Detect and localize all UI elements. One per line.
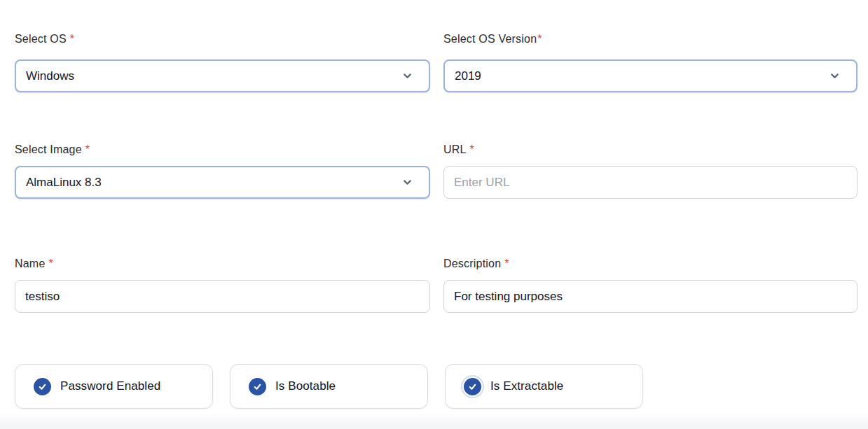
name-input[interactable] [15,280,430,313]
required-asterisk: * [85,143,90,155]
panel-bottom-edge [0,414,868,429]
checkbox-row: Password Enabled Is Bootable Is Extracta… [15,364,857,409]
select-os-value: Windows [26,69,74,83]
field-name: Name* [15,257,430,313]
select-os-version-dropdown[interactable]: 2019 [443,59,857,92]
select-image-value: AlmaLinux 8.3 [26,176,102,190]
required-asterisk: * [470,143,474,155]
select-image-label: Select Image* [15,143,430,157]
name-label-text: Name [15,258,45,269]
select-image-dropdown[interactable]: AlmaLinux 8.3 [15,166,430,199]
select-image-label-text: Select Image [15,143,82,155]
select-os-dropdown[interactable]: Windows [15,59,430,92]
check-circle-icon [249,378,266,395]
checkbox-label: Password Enabled [60,379,160,393]
checkbox-is-bootable[interactable]: Is Bootable [230,364,428,409]
field-url: URL* [443,143,857,199]
check-circle-icon [34,378,51,395]
required-asterisk: * [48,258,53,269]
field-select-os-version: Select OS Version* 2019 [443,32,857,92]
checkbox-label: Is Bootable [275,379,336,393]
select-os-version-label-text: Select OS Version [443,33,537,45]
field-select-image: Select Image* AlmaLinux 8.3 [15,143,430,199]
check-circle-icon [464,378,481,395]
checkbox-is-extractable[interactable]: Is Extractable [445,364,643,409]
url-label-text: URL [443,143,467,155]
required-asterisk: * [504,258,509,269]
url-label: URL* [443,143,857,157]
select-os-label: Select OS* [15,32,430,46]
description-label-text: Description [443,258,501,269]
chevron-down-icon [829,70,841,82]
description-label: Description* [443,257,857,271]
select-os-version-label: Select OS Version* [443,32,857,46]
checkbox-password-enabled[interactable]: Password Enabled [15,364,213,409]
select-os-label-text: Select OS [15,33,67,45]
description-input[interactable] [443,280,857,313]
chevron-down-icon [401,176,413,188]
name-label: Name* [15,257,430,271]
required-asterisk: * [537,33,542,45]
field-select-os: Select OS* Windows [15,32,430,92]
chevron-down-icon [401,70,413,82]
checkbox-label: Is Extractable [490,379,563,393]
url-input[interactable] [443,166,857,199]
field-description: Description* [443,257,857,313]
select-os-version-value: 2019 [455,69,481,83]
iso-form: Select OS* Windows Select OS Version* 20… [15,0,857,409]
required-asterisk: * [70,33,74,45]
